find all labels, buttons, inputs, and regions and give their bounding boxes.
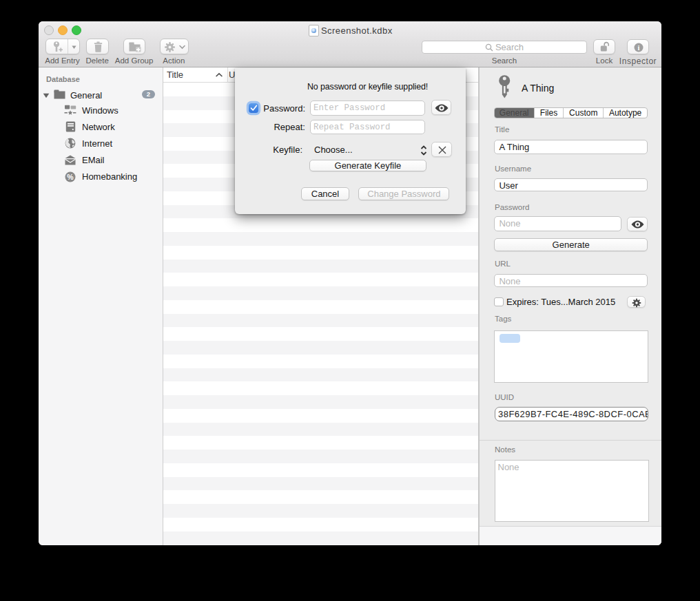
svg-text:%: % (67, 172, 74, 180)
svg-text:i: i (637, 43, 639, 51)
